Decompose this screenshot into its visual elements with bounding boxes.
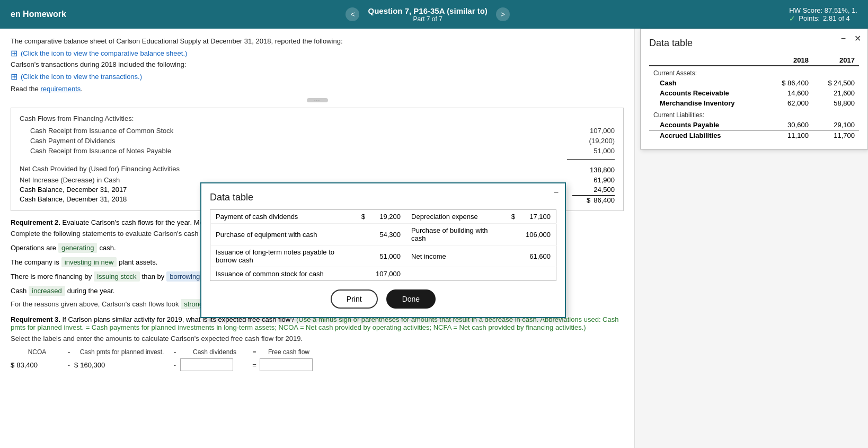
table-row: Current Assets: xyxy=(649,66,859,78)
dt1-title: Data table xyxy=(649,38,859,49)
calc-header-invest: Cash pmts for planned invest. xyxy=(74,348,170,356)
dt1-section-current-assets: Current Assets: xyxy=(649,66,767,78)
hw-score-text: HW Score: 87.51%, 1. xyxy=(789,6,857,14)
dt2-row2-right-label: Purchase of building with cash xyxy=(406,224,506,245)
calc-header-fcf: Free cash flow xyxy=(260,348,318,356)
top-bar: en Homework < Question 7, P16-35A (simil… xyxy=(0,0,868,29)
right-panel: − ✕ Data table 2018 2017 Current Assets: xyxy=(635,29,868,448)
cf-section-header: Cash Flows from Financing Activities: xyxy=(20,115,615,122)
data-table-1: − ✕ Data table 2018 2017 Current Assets: xyxy=(640,29,868,150)
dt2-row1-right-dollar: $ xyxy=(506,210,520,224)
dt2-row3-right-dollar xyxy=(506,245,520,267)
dt2-row3-right-label: Net income xyxy=(406,245,506,267)
fcf-input[interactable] xyxy=(260,358,313,371)
points-value: 2.81 of 4 xyxy=(823,14,850,22)
stmt4-pre: Cash xyxy=(11,287,26,295)
points-label: Points: xyxy=(799,14,820,22)
grid-icon-1: ⊞ xyxy=(11,48,17,58)
dt1-close-button[interactable]: ✕ xyxy=(852,33,863,43)
dt2-row1-left-dollar: $ xyxy=(356,210,370,224)
cf-row-2: Cash Payment of Dividends (19,200) xyxy=(20,137,615,145)
stmt3-highlight: issuing stock xyxy=(94,271,139,282)
main-container: The comparative balance sheet of Carlson… xyxy=(0,29,868,448)
dt1-ap-2017: 29,100 xyxy=(813,120,859,130)
calc-val-ncoa: $ 83,400 xyxy=(11,361,64,369)
intro-line2: Carlson's transactions during 2018 inclu… xyxy=(11,60,624,68)
dt2-row3-left-dollar xyxy=(356,245,370,267)
stmt3-pre: There is more financing by xyxy=(11,273,92,280)
dt1-ar-2018: 14,600 xyxy=(767,88,813,98)
ncoa-value: 83,400 xyxy=(16,361,38,369)
stmt2-post: plant assets. xyxy=(119,258,157,266)
dt2-title: Data table xyxy=(210,192,556,203)
calc-eq: = xyxy=(249,348,260,356)
prev-button[interactable]: < xyxy=(346,7,359,21)
question-info: < Question 7, P16-35A (similar to) Part … xyxy=(341,6,513,23)
requirements-link[interactable]: requirements xyxy=(40,85,81,93)
dt2-row1-right-amt: 17,100 xyxy=(520,210,556,224)
calc-header-row: NCOA - Cash pmts for planned invest. - C… xyxy=(11,348,624,356)
dt1-ap-2018: 30,600 xyxy=(767,120,813,130)
calc-sep2: - xyxy=(170,348,180,356)
dt2-row1-right-label: Depreciation expense xyxy=(406,210,506,224)
cf-amount-1: 107,000 xyxy=(572,127,615,135)
dt2-row2-left-amt: 54,300 xyxy=(370,224,406,245)
calc-val-fcf xyxy=(260,358,318,371)
dt1-minimize-button[interactable]: − xyxy=(839,33,848,43)
dollar-sign-1: $ xyxy=(11,361,14,369)
cf-bal-amount-1: 24,500 xyxy=(594,186,615,194)
cf-net-inc-amount: 61,900 xyxy=(572,176,615,184)
calc-val-invest: $ 160,300 xyxy=(74,361,170,369)
dt2-row4-left-dollar xyxy=(356,267,370,281)
dt1-inv-label: Merchandise Inventory xyxy=(649,98,767,108)
dt2-row4-left-label: Issuance of common stock for cash xyxy=(210,267,356,281)
drag-handle[interactable]: ··· xyxy=(307,98,328,102)
dividends-input[interactable] xyxy=(180,358,233,371)
cf-net-label: Net Cash Provided by (Used for) Financin… xyxy=(20,165,180,174)
dt2-row2-left-dollar xyxy=(356,224,370,245)
cf-bal-amount-2: $ 86,400 xyxy=(572,195,615,204)
dt2-controls: − xyxy=(552,188,561,197)
stmt4-highlight: increased xyxy=(29,286,65,296)
stmt1-highlight: generating xyxy=(58,243,97,253)
table-row: Accrued Liabilities 11,100 11,700 xyxy=(649,130,859,141)
calc-eq-val: = xyxy=(249,361,260,369)
cf-bal-label-2: Cash Balance, December 31, 2018 xyxy=(20,195,127,204)
calc-table: NCOA - Cash pmts for planned invest. - C… xyxy=(11,348,624,371)
dt1-al-2018: 11,100 xyxy=(767,130,813,141)
dt1-cash-label: Cash xyxy=(649,78,767,88)
cf-net-amount: 138,800 xyxy=(572,165,615,174)
cf-underline xyxy=(20,157,615,162)
invest-value: 160,300 xyxy=(80,361,105,369)
dt1-ar-2017: 21,600 xyxy=(813,88,859,98)
dt1-ar-label: Accounts Receivable xyxy=(649,88,767,98)
dt1-controls: − ✕ xyxy=(839,33,863,43)
data-table-2: − Data table Payment of cash dividends $… xyxy=(200,182,566,318)
dt1-col-2018: 2018 xyxy=(767,55,813,66)
stmt1-post: cash. xyxy=(99,244,116,252)
calc-value-row: $ 83,400 - $ 160,300 - = xyxy=(11,358,624,371)
done-button[interactable]: Done xyxy=(386,289,436,309)
hw-title: en Homework xyxy=(11,10,66,19)
cf-net-financing-row: Net Cash Provided by (Used for) Financin… xyxy=(20,165,615,174)
check-icon: ✓ xyxy=(789,14,795,23)
table-row: Current Liabilities: xyxy=(649,108,859,120)
question-title: Question 7, P16-35A (similar to) xyxy=(368,6,487,15)
table-row: Issuance of long-term notes payable to b… xyxy=(210,245,556,267)
cf-label-2: Cash Payment of Dividends xyxy=(20,137,115,145)
req3-sub: Select the labels and enter the amounts … xyxy=(11,335,624,342)
dt2-minimize-button[interactable]: − xyxy=(552,188,561,197)
print-button[interactable]: Print xyxy=(331,289,378,309)
dt1-al-2017: 11,700 xyxy=(813,130,859,141)
calc-val-div xyxy=(180,358,249,371)
dt2-row2-right-amt: 106,000 xyxy=(520,224,556,245)
cf-row-1: Cash Receipt from Issuance of Common Sto… xyxy=(20,127,615,135)
stmt2-highlight: investing in new xyxy=(61,257,117,267)
dt2-row3-left-label: Issuance of long-term notes payable to b… xyxy=(210,245,356,267)
score-info: HW Score: 87.51%, 1. ✓ Points: 2.81 of 4 xyxy=(789,6,857,23)
dt2-buttons: Print Done xyxy=(210,289,556,309)
dt1-inv-2017: 58,800 xyxy=(813,98,859,108)
balance-sheet-link[interactable]: ⊞ (Click the icon to view the comparativ… xyxy=(11,48,624,58)
next-button[interactable]: > xyxy=(496,7,510,21)
transactions-link[interactable]: ⊞ (Click the icon to view the transactio… xyxy=(11,72,624,82)
